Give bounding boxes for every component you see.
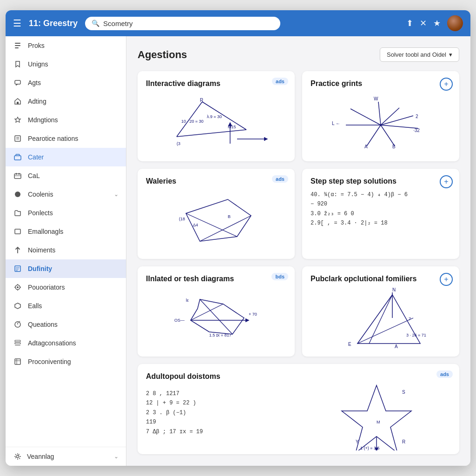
card-adult-doistoms: Adultopoul doistoms ads 2 8 , 1217 12 | …	[138, 364, 459, 454]
cater-icon	[13, 152, 22, 162]
avatar[interactable]	[447, 15, 463, 31]
svg-text:(3: (3	[177, 141, 180, 146]
sidebar-item-ealls[interactable]: Ealls	[6, 297, 126, 315]
svg-rect-0	[15, 43, 20, 44]
svg-rect-32	[15, 359, 20, 364]
svg-text:S: S	[402, 390, 405, 395]
coolenis-icon	[13, 190, 22, 199]
svg-rect-29	[15, 340, 20, 342]
sidebar-item-cal[interactable]: CaL	[6, 166, 126, 185]
header: ☰ 11: Greestry 🔍 ⬆ ✕ ★	[6, 10, 470, 36]
filter-chevron-icon: ▾	[449, 51, 452, 58]
sidebar-item-proconiventing[interactable]: Proconiventing	[6, 352, 126, 371]
sidebar-item-unigns[interactable]: Unigns	[6, 55, 126, 73]
sidebar-item-mdngtions[interactable]: Mdngtions	[6, 111, 126, 129]
sidebar-item-proks[interactable]: Proks	[6, 36, 126, 55]
svg-text:Δ4: Δ4	[193, 223, 198, 227]
sidebar-item-noiments[interactable]: Noiments	[6, 241, 126, 259]
sidebar-footer[interactable]: Veannlag ⌄	[6, 447, 126, 466]
sidebar-label-cal: CaL	[28, 172, 119, 179]
search-input[interactable]	[103, 20, 274, 27]
cal-icon	[13, 171, 22, 180]
sidebar-item-dufinity[interactable]: Dufinity	[6, 259, 126, 278]
sidebar-item-queations[interactable]: Queations	[6, 315, 126, 334]
svg-text:M15: M15	[228, 125, 236, 129]
svg-line-53	[378, 102, 381, 125]
card-pubclark: Pubclark opclutional fomiliers + N 7 3 ·…	[302, 266, 459, 357]
sidebar-item-adting[interactable]: Adting	[6, 92, 126, 111]
app-window: ☰ 11: Greestry 🔍 ⬆ ✕ ★ Proks	[6, 10, 470, 466]
card-action-pubclark[interactable]: +	[440, 273, 453, 286]
app-title: 11: Greestry	[29, 19, 78, 28]
svg-text:10 · 20 = 30: 10 · 20 = 30	[181, 119, 204, 124]
svg-line-59	[350, 109, 381, 125]
card-action-step-solutions[interactable]: +	[440, 175, 453, 188]
sidebar-item-ponlects[interactable]: Ponlects	[6, 204, 126, 222]
svg-rect-9	[14, 174, 21, 178]
sidebar-item-coolenis[interactable]: Coolenis ⌄	[6, 185, 126, 204]
svg-line-39	[177, 130, 246, 137]
svg-point-20	[17, 286, 19, 288]
sidebar-label-agts: Agts	[28, 79, 119, 86]
svg-point-35	[17, 456, 19, 458]
card-badge-adult-doistoms: ads	[436, 370, 453, 378]
svg-text:OS—: OS—	[174, 318, 185, 323]
diagram-inline-diagrams: lε + 70 OS— 1.5 ɪx = 817	[146, 288, 286, 348]
sidebar-item-agts[interactable]: Agts	[6, 73, 126, 92]
card-title-interactive-diagrams: IInteractive diagrams	[146, 79, 286, 88]
svg-text:2: 2	[416, 114, 418, 119]
svg-rect-2	[15, 47, 19, 48]
filter-button[interactable]: Solver toobl and Oidel ▾	[380, 47, 459, 62]
sidebar-item-cater[interactable]: Cater	[6, 148, 126, 166]
dufinity-icon	[13, 264, 22, 273]
menu-icon[interactable]: ☰	[13, 18, 21, 29]
sidebar-label-proks: Proks	[28, 42, 119, 49]
share-icon[interactable]: ⬆	[406, 18, 413, 28]
sidebar-label-adting: Adting	[28, 98, 119, 105]
svg-rect-31	[15, 345, 20, 346]
svg-text:λ.9 = 30: λ.9 = 30	[207, 114, 222, 119]
sidebar-item-emallonagls[interactable]: Emallonagls	[6, 222, 126, 241]
ealls-icon	[13, 301, 22, 311]
card-text-adult-doistoms: 2 8 , 1217 12 | + 9 = 22 ) 2 3 . β (−1) …	[146, 385, 295, 446]
diagram-interactive-diagrams: R λ.9 = 30 M15 10 · 20	[146, 93, 286, 153]
svg-line-57	[381, 125, 395, 146]
sidebar-label-mdngtions: Mdngtions	[28, 116, 119, 124]
svg-rect-30	[15, 343, 20, 344]
svg-line-65	[200, 216, 251, 241]
diagram-waleries: (18 Δ4 B	[146, 190, 286, 251]
svg-text:E: E	[348, 342, 351, 347]
svg-marker-72	[191, 299, 244, 334]
main-header: Agestions Solver toobl and Oidel ▾	[138, 47, 459, 62]
sidebar-item-pouooriators[interactable]: Pouooriators	[6, 278, 126, 297]
diagram-pubclark: N 7 3 · 26 = 71 A E	[311, 288, 451, 348]
sidebar-label-dufinity: Dufinity	[28, 265, 119, 272]
proks-icon	[13, 41, 22, 50]
svg-line-55	[381, 125, 418, 128]
svg-text:R: R	[402, 439, 405, 444]
sidebar-item-adtagconsations[interactable]: Adtagconsations	[6, 334, 126, 352]
card-title-practice-grints: Practice grints	[311, 79, 451, 88]
sidebar-label-queations: Queations	[28, 321, 119, 328]
card-waleries: Waleries ads (18 Δ4 B	[138, 169, 295, 259]
close-icon[interactable]: ✕	[420, 18, 427, 28]
card-action-practice-grints[interactable]: +	[440, 78, 453, 91]
cards-grid: IInteractive diagrams ads R λ.9 = 30	[138, 71, 459, 454]
svg-rect-12	[19, 173, 20, 175]
sidebar-label-cater: Cater	[28, 153, 119, 161]
svg-text:(18: (18	[179, 217, 185, 221]
svg-rect-3	[15, 80, 20, 84]
card-interactive-diagrams: IInteractive diagrams ads R λ.9 = 30	[138, 71, 295, 161]
pearotice-nations-icon	[13, 134, 22, 143]
svg-line-83	[369, 295, 392, 344]
svg-rect-14	[15, 229, 20, 234]
card-practice-grints: Practice grints + W 2 L ← ·32 A B	[302, 71, 459, 161]
svg-text:1 (+) = 3.5: 1 (+) = 3.5	[360, 446, 380, 450]
sidebar-label-unigns: Unigns	[28, 60, 119, 68]
card-title-adult-doistoms: Adultopoul doistoms	[146, 372, 451, 381]
page-title: Agestions	[138, 49, 187, 61]
sidebar-item-pearotice-nations[interactable]: Pearotice nations	[6, 129, 126, 148]
filter-label: Solver toobl and Oidel	[387, 51, 446, 58]
star-icon[interactable]: ★	[433, 18, 441, 28]
sidebar: Proks Unigns Agts Adting	[6, 36, 126, 466]
